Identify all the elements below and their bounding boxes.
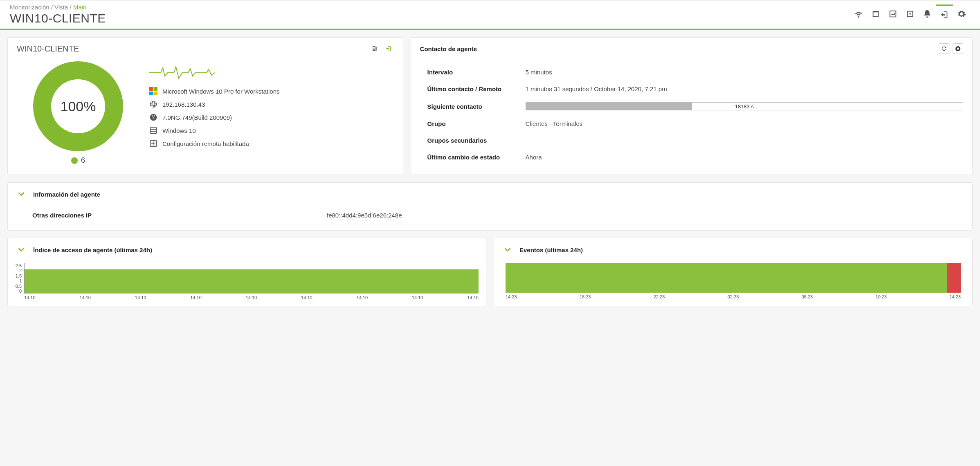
breadcrumb-seg3[interactable]: Main (73, 4, 87, 11)
contact-card-title: Contacto de agente (420, 45, 477, 52)
list-add-icon[interactable] (901, 5, 919, 22)
module-status-count: 6 (71, 156, 85, 165)
other-ip-label: Otras direcciones IP (32, 212, 327, 219)
refresh-icon[interactable] (939, 43, 949, 54)
heartbeat-icon (149, 65, 394, 82)
ultimo-contacto-value: 1 minutos 31 segundos / October 14, 2020… (526, 85, 963, 92)
grupos-secundarios-label: Grupos secundarios (427, 137, 526, 144)
gear-icon[interactable] (953, 5, 970, 22)
events-chart-x-ticks: 14:2318:2322:2302:2306:2310:2314:23 (506, 294, 961, 299)
agent-info-section: Información del agente Otras direcciones… (7, 182, 973, 231)
page-title: WIN10-CLIENTE (10, 11, 106, 25)
remote-config-icon (149, 139, 157, 148)
agent-version: 7.0NG.749(Build 200909) (162, 114, 232, 121)
siguiente-progress: 18183 s (526, 102, 963, 110)
grupo-value: Clientes - Terminales (526, 120, 963, 127)
events-chart-title: Eventos (últimas 24h) (519, 246, 583, 253)
access-chart-title: Índice de acceso de agente (últimas 24h) (33, 246, 152, 253)
svg-point-8 (957, 47, 959, 49)
health-gauge: 100% (33, 61, 123, 151)
agent-os: Microsoft Windows 10 Pro for Workstation… (162, 88, 279, 95)
exit-icon[interactable] (936, 4, 953, 22)
health-gauge-value: 100% (61, 99, 96, 114)
breadcrumb-seg2[interactable]: Vista (54, 4, 68, 11)
globe-icon (149, 100, 157, 108)
agent-card-title: WIN10-CLIENTE (17, 44, 79, 54)
agent-summary-card: WIN10-CLIENTE 100% 6 (7, 37, 403, 175)
status-dot-ok (71, 157, 78, 164)
windows-logo-icon (149, 87, 157, 95)
agent-ip: 192.168.130.43 (162, 101, 205, 108)
access-chart-x-ticks: 14:1014:1014:1014:1014:1014:1014:1014:10… (24, 295, 479, 300)
force-icon[interactable] (953, 43, 963, 54)
other-ip-value: fe80::4dd4:9e5d:6e26:248e (327, 212, 402, 219)
svg-rect-2 (151, 128, 157, 134)
server-icon[interactable] (369, 43, 380, 54)
agent-contact-card: Contacto de agente Intervalo 5 minutos Ú… (411, 37, 973, 175)
chevron-down-icon[interactable] (17, 245, 26, 255)
ultimo-cambio-label: Último cambio de estado (427, 154, 526, 161)
access-chart-plot (24, 263, 479, 293)
chevron-down-icon[interactable] (17, 189, 26, 199)
intervalo-value: 5 minutos (526, 69, 963, 76)
access-chart-y-ticks: 2.521.510.50 (15, 263, 24, 293)
intervalo-label: Intervalo (427, 69, 526, 76)
header-toolbar (850, 5, 970, 22)
ultimo-cambio-value: Ahora (526, 154, 963, 161)
agent-info-title: Información del agente (33, 191, 100, 198)
version-icon: V (149, 113, 157, 121)
window-icon[interactable] (867, 5, 884, 22)
siguiente-contacto-label: Siguiente contacto (427, 103, 526, 110)
svg-point-6 (153, 143, 155, 145)
wifi-icon[interactable] (850, 5, 867, 22)
breadcrumb: Monitorización / Vista / Main (10, 4, 106, 11)
ultimo-contacto-label: Último contacto / Remoto (427, 85, 526, 92)
page-header: Monitorización / Vista / Main WIN10-CLIE… (0, 0, 980, 30)
sync-icon[interactable] (383, 43, 394, 54)
agent-remote-config: Configuración remota habilitada (162, 140, 249, 147)
agent-os-short: Windows 10 (162, 127, 196, 134)
chevron-down-icon[interactable] (503, 245, 512, 255)
events-chart-card: Eventos (últimas 24h) 14:2318:2322:2302:… (494, 238, 973, 306)
breadcrumb-seg1[interactable]: Monitorización (10, 4, 49, 11)
events-chart-plot (506, 263, 961, 293)
bell-icon[interactable] (919, 5, 936, 22)
grupo-label: Grupo (427, 120, 526, 127)
graph-icon[interactable] (884, 5, 901, 22)
access-index-chart-card: Índice de acceso de agente (últimas 24h)… (7, 238, 486, 306)
os-short-icon (149, 126, 157, 134)
svg-text:V: V (152, 115, 155, 119)
siguiente-progress-text: 18183 s (526, 103, 963, 110)
